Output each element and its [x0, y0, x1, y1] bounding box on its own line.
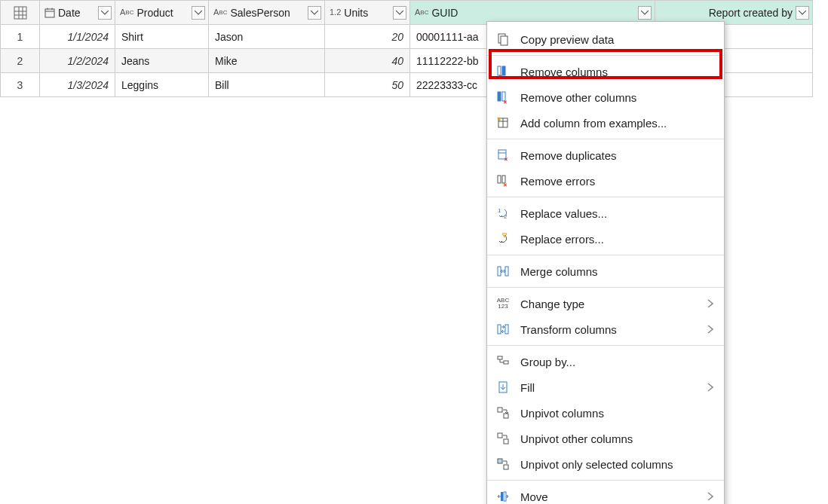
chevron-right-icon — [707, 381, 713, 394]
cell-date: 1/3/2024 — [40, 79, 115, 91]
cell-product: Leggins — [115, 79, 208, 91]
unpivot-icon — [495, 405, 511, 421]
menu-change-type[interactable]: ABC123 Change type — [487, 291, 724, 316]
row-index: 3 — [1, 73, 40, 97]
menu-group-by[interactable]: Group by... — [487, 349, 724, 374]
svg-rect-0 — [14, 7, 26, 19]
svg-rect-5 — [45, 9, 54, 17]
menu-unpivot-only-selected-columns[interactable]: Unpivot only selected columns — [487, 451, 724, 477]
unpivot-other-icon — [495, 430, 511, 447]
filter-button[interactable] — [796, 6, 809, 20]
svg-rect-38 — [504, 439, 508, 444]
menu-move[interactable]: Move — [487, 484, 724, 504]
cell-salesperson: Mike — [209, 55, 324, 67]
cell-units: 50 — [325, 79, 409, 91]
cell-product: Jeans — [115, 55, 208, 67]
corner-cell[interactable] — [1, 1, 40, 25]
svg-text:✕: ✕ — [498, 74, 503, 78]
column-label: GUID — [431, 7, 635, 19]
menu-separator — [487, 287, 724, 288]
menu-replace-values[interactable]: 12 Replace values... — [487, 200, 724, 226]
menu-separator — [487, 255, 724, 255]
svg-rect-41 — [501, 492, 503, 501]
copy-icon — [495, 31, 511, 47]
menu-replace-errors[interactable]: Replace errors... — [487, 226, 724, 252]
filter-button[interactable] — [308, 6, 321, 20]
cell-units: 40 — [325, 55, 409, 67]
cell-salesperson: Jason — [209, 31, 324, 43]
menu-remove-columns[interactable]: ✕ Remove columns — [487, 59, 724, 84]
column-label: Units — [344, 7, 390, 19]
filter-button[interactable] — [98, 6, 112, 20]
menu-separator — [487, 139, 724, 139]
text-type-icon: ABC — [415, 8, 428, 17]
row-index: 1 — [1, 25, 40, 49]
row-index: 2 — [1, 49, 40, 73]
menu-merge-columns[interactable]: Merge columns — [487, 258, 724, 284]
date-type-icon — [44, 8, 55, 18]
svg-text:1: 1 — [498, 207, 501, 214]
cell-date: 1/2/2024 — [40, 55, 115, 67]
svg-rect-35 — [498, 408, 502, 412]
remove-duplicates-icon: ✕ — [495, 147, 511, 163]
menu-unpivot-columns[interactable]: Unpivot columns — [487, 400, 724, 426]
number-type-icon: 1.2 — [330, 8, 341, 17]
menu-copy-preview-data[interactable]: Copy preview data — [487, 26, 724, 52]
group-by-icon — [495, 353, 511, 370]
svg-rect-32 — [498, 356, 502, 359]
column-header-salesperson[interactable]: ABC SalesPerson — [209, 1, 325, 25]
filter-button[interactable] — [192, 6, 205, 20]
column-label: Date — [58, 7, 95, 19]
unpivot-selected-icon — [495, 456, 511, 472]
add-column-examples-icon — [495, 115, 511, 131]
svg-rect-37 — [498, 433, 502, 438]
column-header-units[interactable]: 1.2 Units — [325, 1, 410, 25]
filter-button[interactable] — [393, 6, 406, 20]
fill-icon — [495, 379, 511, 396]
cell-product: Shirt — [115, 31, 208, 43]
transform-columns-icon — [495, 321, 511, 338]
svg-rect-33 — [504, 361, 508, 364]
svg-rect-31 — [505, 325, 508, 334]
cell-date: 1/1/2024 — [40, 31, 115, 43]
svg-rect-23 — [498, 176, 501, 183]
filter-button[interactable] — [638, 6, 652, 20]
svg-rect-14 — [498, 92, 501, 101]
merge-columns-icon — [495, 263, 511, 279]
remove-errors-icon: ✕ — [495, 173, 511, 189]
svg-rect-10 — [501, 36, 508, 45]
chevron-right-icon — [707, 490, 713, 503]
svg-rect-42 — [504, 492, 506, 501]
column-header-product[interactable]: ABC Product — [115, 1, 209, 25]
svg-rect-39 — [498, 459, 502, 463]
chevron-right-icon — [707, 323, 713, 336]
menu-unpivot-other-columns[interactable]: Unpivot other columns — [487, 426, 724, 451]
replace-values-icon: 12 — [495, 205, 511, 221]
menu-add-column-from-examples[interactable]: Add column from examples... — [487, 110, 724, 136]
menu-separator — [487, 345, 724, 346]
column-header-date[interactable]: Date — [40, 1, 115, 25]
cell-salesperson: Bill — [209, 79, 324, 91]
svg-text:✕: ✕ — [503, 99, 508, 104]
column-context-menu: Copy preview data ✕ Remove columns ✕ Rem… — [486, 21, 725, 504]
text-type-icon: ABC — [120, 8, 133, 17]
svg-text:✕: ✕ — [503, 182, 508, 188]
menu-separator — [487, 197, 724, 197]
remove-other-columns-icon: ✕ — [495, 89, 511, 105]
replace-errors-icon — [495, 231, 511, 247]
menu-separator — [487, 55, 724, 56]
column-label: SalesPerson — [230, 7, 305, 19]
svg-rect-36 — [504, 414, 508, 418]
move-icon — [495, 488, 511, 504]
change-type-icon: ABC123 — [495, 295, 511, 312]
menu-fill[interactable]: Fill — [487, 374, 724, 400]
table-icon — [1, 1, 39, 24]
svg-rect-30 — [498, 325, 501, 334]
cell-units: 20 — [325, 31, 409, 43]
menu-remove-errors[interactable]: ✕ Remove errors — [487, 168, 724, 194]
menu-transform-columns[interactable]: Transform columns — [487, 316, 724, 342]
svg-text:✕: ✕ — [504, 157, 508, 162]
menu-remove-other-columns[interactable]: ✕ Remove other columns — [487, 84, 724, 110]
column-label: Product — [136, 7, 189, 19]
menu-remove-duplicates[interactable]: ✕ Remove duplicates — [487, 142, 724, 168]
